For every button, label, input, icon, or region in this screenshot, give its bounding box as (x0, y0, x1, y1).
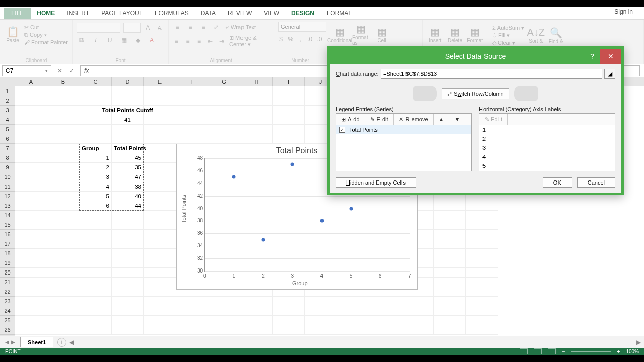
column-header[interactable]: G (208, 77, 240, 86)
cell[interactable] (240, 325, 273, 335)
cell[interactable] (240, 297, 273, 306)
cell[interactable] (434, 249, 466, 258)
cell[interactable] (305, 316, 337, 325)
row-header[interactable]: 1 (0, 86, 15, 96)
cancel-button[interactable]: Cancel (577, 177, 615, 188)
cell[interactable] (15, 297, 47, 306)
zoom-out-icon[interactable]: − (562, 349, 565, 354)
series-add-button[interactable]: ⊞ Add (336, 114, 365, 125)
axis-label-item[interactable]: 5 (479, 161, 615, 170)
cell[interactable] (466, 239, 498, 249)
hscroll-left-icon[interactable]: ◀ (69, 339, 74, 346)
cell[interactable] (15, 249, 47, 258)
cell[interactable] (47, 106, 79, 115)
cell[interactable] (144, 144, 176, 153)
cell[interactable] (434, 239, 466, 249)
align-left-icon[interactable]: ≡ (173, 37, 180, 46)
chart-data-range-input[interactable] (381, 69, 602, 79)
cell[interactable] (47, 325, 79, 335)
font-size-select[interactable] (123, 23, 141, 33)
cell[interactable] (144, 239, 176, 249)
tab-formulas[interactable]: FORMULAS (149, 7, 195, 19)
cell[interactable] (240, 306, 273, 316)
series-remove-button[interactable]: ✕ Remove (394, 114, 434, 125)
series-list[interactable]: ✓ Total Points (336, 125, 472, 171)
hidden-empty-cells-button[interactable]: Hidden and Empty Cells (336, 177, 416, 188)
cancel-formula-icon[interactable]: ✕ (57, 67, 62, 74)
border-button[interactable]: ▦ (119, 36, 128, 45)
cell[interactable] (466, 220, 498, 230)
range-picker-button[interactable]: ◪ (604, 69, 615, 79)
cell[interactable] (79, 297, 112, 306)
zoom-slider[interactable] (571, 351, 611, 352)
row-header[interactable]: 8 (0, 153, 15, 163)
percent-icon[interactable]: % (288, 35, 293, 44)
cell[interactable] (305, 325, 337, 335)
cell[interactable] (240, 115, 273, 125)
autosum-button[interactable]: Σ AutoSum ▾ (492, 25, 524, 31)
cell[interactable] (369, 325, 401, 335)
cell[interactable] (47, 258, 79, 268)
cell[interactable] (434, 201, 466, 211)
cell[interactable] (112, 287, 144, 297)
cell[interactable] (47, 287, 79, 297)
cell[interactable] (144, 258, 176, 268)
cell[interactable] (466, 258, 498, 268)
cell[interactable] (434, 211, 466, 220)
merge-center-button[interactable]: ⊞ Merge & Center ▾ (229, 35, 270, 48)
align-mid-icon[interactable]: ≡ (186, 23, 195, 32)
cell[interactable] (79, 86, 112, 96)
cell[interactable] (47, 115, 79, 125)
data-point[interactable] (262, 238, 265, 241)
cell[interactable] (176, 297, 208, 306)
align-top-icon[interactable]: ≡ (173, 23, 182, 32)
cell[interactable] (401, 325, 434, 335)
cell[interactable] (208, 306, 240, 316)
cell[interactable] (240, 316, 273, 325)
cell[interactable] (144, 134, 176, 144)
axis-labels-list[interactable]: 12345 (479, 125, 615, 171)
row-header[interactable]: 26 (0, 325, 15, 335)
cell[interactable] (15, 325, 47, 335)
column-header[interactable]: H (240, 77, 273, 86)
row-header[interactable]: 24 (0, 306, 15, 316)
cell[interactable] (208, 96, 240, 106)
row-header[interactable]: 9 (0, 163, 15, 172)
row-header[interactable]: 14 (0, 211, 15, 220)
cell-styles-button[interactable]: ▦Cell (373, 22, 390, 47)
row-header[interactable]: 23 (0, 297, 15, 306)
cell[interactable] (47, 306, 79, 316)
series-item[interactable]: ✓ Total Points (336, 125, 471, 134)
sheet-tab[interactable]: Sheet1 (20, 337, 53, 347)
cell[interactable] (434, 258, 466, 268)
cell[interactable] (79, 278, 112, 287)
cell[interactable] (47, 239, 79, 249)
cell[interactable] (466, 325, 498, 335)
cell[interactable] (144, 163, 176, 172)
axis-label-item[interactable]: 2 (479, 134, 615, 143)
cell[interactable] (144, 297, 176, 306)
cell[interactable] (144, 220, 176, 230)
cell[interactable] (15, 239, 47, 249)
add-sheet-button[interactable]: + (57, 338, 66, 347)
dialog-close-button[interactable]: ✕ (600, 49, 621, 64)
cell[interactable] (273, 316, 305, 325)
select-all-corner[interactable] (0, 77, 15, 86)
cell[interactable] (144, 125, 176, 134)
cell[interactable] (47, 86, 79, 96)
column-header[interactable]: D (112, 77, 144, 86)
cell[interactable] (434, 316, 466, 325)
cell[interactable] (144, 182, 176, 192)
cell[interactable] (79, 316, 112, 325)
cell[interactable] (337, 316, 369, 325)
fill-button[interactable]: ⇩ Fill ▾ (492, 32, 524, 39)
cell[interactable] (47, 182, 79, 192)
cell[interactable] (15, 316, 47, 325)
cell[interactable] (15, 220, 47, 230)
cell[interactable] (15, 134, 47, 144)
view-pagelayout-icon[interactable] (534, 348, 542, 354)
tab-review[interactable]: REVIEW (222, 7, 258, 19)
cell[interactable] (47, 125, 79, 134)
cell[interactable] (144, 96, 176, 106)
conditional-format-button[interactable]: ▦Conditional (331, 22, 348, 47)
